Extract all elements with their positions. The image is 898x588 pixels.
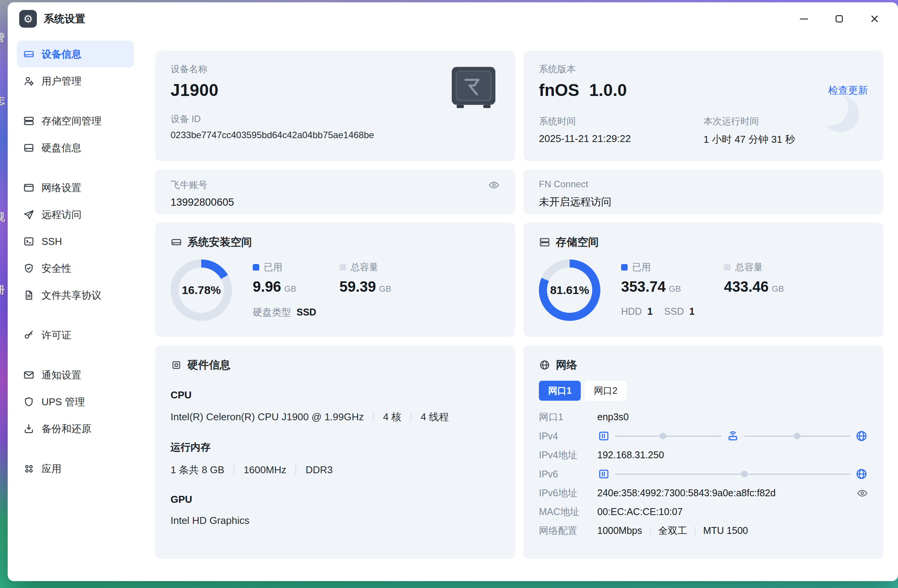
mac-label: MAC地址 [539,505,597,518]
sidebar-item-device-info[interactable]: 设备信息 [17,41,134,68]
notification-mail-icon [23,369,35,381]
used-label: 已用 [632,261,651,273]
system-space-title: 系统安装空间 [187,235,252,249]
ssd-count: 1 [689,306,694,317]
sidebar-item-label: 许可证 [41,329,71,342]
system-space-donut: 16.78% [171,259,232,321]
link-line [615,436,722,437]
sidebar-item-remote-access[interactable]: 远程访问 [17,201,134,228]
hardware-info-card: 硬件信息 CPU Intel(R) Celeron(R) CPU J1900 @… [155,345,515,559]
account-number: 13992800605 [171,197,500,208]
gpu-model: Intel HD Graphics [171,515,249,527]
sidebar-item-label: 硬盘信息 [41,141,81,155]
sidebar-item-label: 安全性 [41,262,71,275]
os-version: 1.0.0 [589,81,627,100]
total-unit: GB [772,284,784,294]
sidebar-item-label: SSH [41,236,62,248]
device-name-label: 设备名称 [171,63,374,75]
system-version-card: 系统版本 fnOS 1.0.0 检查更新 系统时间 2025-11-21 21:… [524,51,883,161]
mac-address: 00:EC:AC:CE:10:07 [597,506,868,517]
system-time-label: 系统时间 [539,115,704,127]
link-line [615,474,850,475]
ram-label: 运行内存 [171,441,500,454]
sidebar-item-disk-info[interactable]: 硬盘信息 [17,134,134,161]
ipv4-address: 192.168.31.250 [597,449,868,461]
device-name: J1900 [171,81,374,100]
eye-icon[interactable] [488,179,500,191]
ram-type: DDR3 [305,464,333,476]
sidebar-item-label: 网络设置 [41,181,81,195]
account-label: 飞牛账号 [171,179,207,191]
used-value: 353.74 [621,279,666,295]
sidebar-item-apps[interactable]: 应用 [17,455,134,482]
ipv4-addr-label: IPv4地址 [539,449,597,461]
sidebar-item-user-management[interactable]: 用户管理 [17,68,134,94]
sidebar-item-file-share[interactable]: 文件共享协议 [17,282,134,309]
sidebar-item-label: 备份和还原 [41,422,91,436]
system-time: 2025-11-21 21:29:22 [539,133,704,145]
security-shield-icon [23,263,35,274]
device-info-icon [23,48,35,60]
used-legend-swatch [253,264,259,271]
version-label: 系统版本 [539,63,868,75]
hdd-count: 1 [647,306,653,317]
ssd-label: SSD [664,306,684,317]
sidebar-item-backup-restore[interactable]: 备份和还原 [17,415,134,442]
iface-name: enp3s0 [597,411,868,423]
network-settings-icon [23,182,35,193]
link-speed: 1000Mbps [597,525,642,536]
cpu-model: Intel(R) Celeron(R) CPU J1900 @ 1.99GHz [171,411,364,423]
maximize-button[interactable] [833,13,845,25]
close-button[interactable] [869,13,880,25]
nas-node-icon [597,467,610,481]
divider [650,527,651,535]
sidebar-item-notifications[interactable]: 通知设置 [17,362,134,388]
total-value: 59.39 [340,279,376,295]
apps-grid-icon [23,463,35,474]
desktop-icon-fragment: 管 [0,31,5,45]
main-content: 设备名称 J1900 设备 ID 0233be7747cc403595bd64c… [141,35,898,581]
divider [373,413,374,422]
router-icon [726,429,739,443]
desktop-icon-fragment: 册 [0,283,5,297]
system-space-icon [171,236,182,248]
desktop-icon-fragment: 视 [0,210,5,224]
sidebar-item-ups[interactable]: UPS 管理 [17,388,134,415]
sidebar-item-license[interactable]: 许可证 [17,322,134,349]
eye-icon[interactable] [857,487,868,499]
ram-frequency: 1600MHz [244,464,286,476]
network-title: 网络 [556,358,577,372]
desktop-icon-fragment: 志 [0,94,5,107]
disk-info-icon [23,142,35,154]
license-key-icon [23,329,35,341]
mtu-value: MTU 1500 [703,525,748,536]
ipv6-addr-label: IPv6地址 [539,487,597,499]
sidebar-item-label: 设备信息 [41,48,81,61]
ipv6-label: IPv6 [539,469,597,480]
device-info-card: 设备名称 J1900 设备 ID 0233be7747cc403595bd64c… [155,51,515,161]
divider [234,466,234,475]
tab-port2[interactable]: 网口2 [585,381,626,401]
link-line [744,436,851,437]
divider [695,527,696,535]
storage-pool-icon [23,115,35,127]
minimize-button[interactable] [798,13,810,25]
sidebar-item-ssh[interactable]: SSH [17,228,134,255]
storage-space-percent: 81.61% [547,268,592,313]
ipv4-topology [597,429,868,443]
used-legend-swatch [621,264,628,271]
ram-size: 1 条共 8 GB [171,463,224,477]
tab-port1[interactable]: 网口1 [539,381,581,401]
sidebar-item-network-settings[interactable]: 网络设置 [17,174,134,201]
check-update-link[interactable]: 检查更新 [828,84,868,97]
device-id-label: 设备 ID [171,113,374,125]
link-node-dot [794,433,800,439]
fn-connect-status: 未开启远程访问 [539,195,868,209]
sidebar-item-storage-pool[interactable]: 存储空间管理 [17,107,134,134]
hardware-chip-icon [171,359,182,371]
net-config-label: 网络配置 [539,524,597,537]
total-value: 433.46 [724,279,769,295]
cpu-label: CPU [171,389,500,401]
sidebar-item-label: 通知设置 [41,368,81,382]
sidebar-item-security[interactable]: 安全性 [17,255,134,282]
